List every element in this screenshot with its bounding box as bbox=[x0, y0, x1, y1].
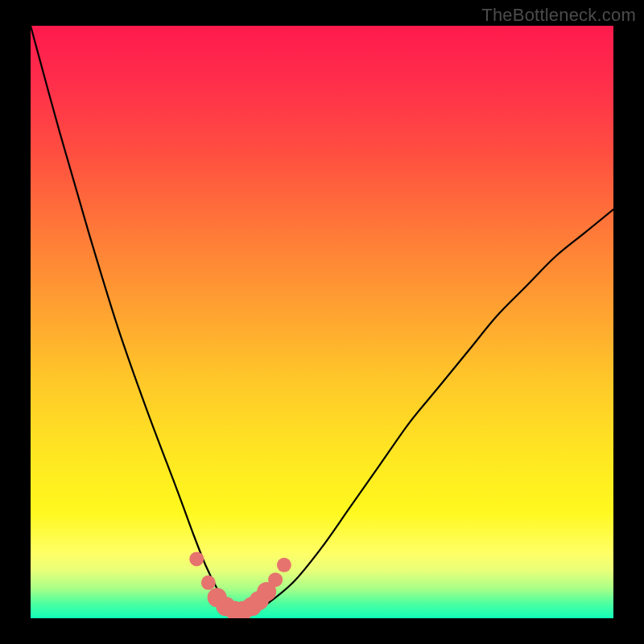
highlight-dot bbox=[201, 576, 216, 590]
watermark-text: TheBottleneck.com bbox=[481, 5, 636, 26]
highlight-dot bbox=[189, 551, 204, 566]
chart-frame: TheBottleneck.com bbox=[0, 0, 644, 644]
chart-svg bbox=[31, 26, 613, 618]
highlight-dot bbox=[268, 572, 283, 587]
bottleneck-curve bbox=[31, 26, 613, 613]
highlight-dot bbox=[277, 558, 291, 572]
chart-plot-area bbox=[31, 26, 613, 618]
